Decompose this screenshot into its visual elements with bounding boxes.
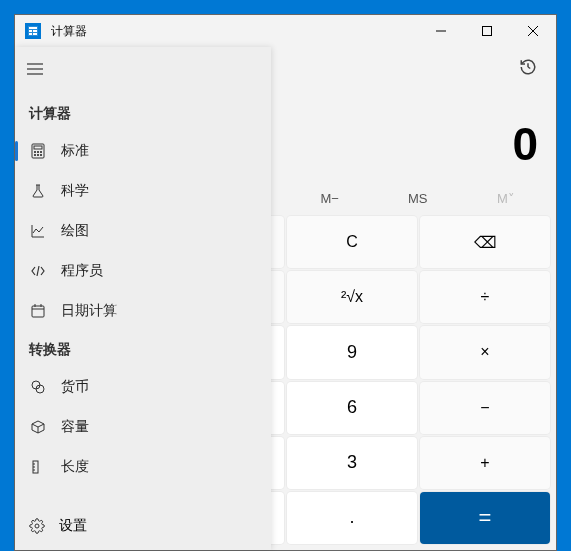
svg-point-21 (37, 154, 38, 155)
key-equals[interactable]: = (420, 492, 550, 544)
nav-scientific[interactable]: 科学 (15, 171, 271, 211)
nav-standard[interactable]: 标准 (15, 131, 271, 171)
cube-icon (29, 418, 47, 436)
svg-rect-16 (34, 146, 42, 149)
calculator-window: 计算器 0 MC MR M+ (14, 14, 557, 551)
minimize-button[interactable] (418, 15, 464, 47)
app-icon (25, 23, 41, 39)
nav-date[interactable]: 日期计算 (15, 291, 271, 331)
key-sqrt[interactable]: ²√x (287, 271, 417, 323)
nav-programmer[interactable]: 程序员 (15, 251, 271, 291)
svg-point-17 (34, 151, 35, 152)
nav-label: 标准 (61, 142, 89, 160)
nav-label: 日期计算 (61, 302, 117, 320)
nav-settings[interactable]: 设置 (15, 502, 271, 550)
nav-label: 容量 (61, 418, 89, 436)
hamburger-button[interactable] (15, 49, 55, 89)
memory-list[interactable]: M˅ (462, 185, 550, 212)
key-add[interactable]: + (420, 437, 550, 489)
svg-point-18 (37, 151, 38, 152)
nav-label: 货币 (61, 378, 89, 396)
nav-label: 长度 (61, 458, 89, 476)
key-backspace[interactable]: ⌫ (420, 216, 550, 268)
gear-icon (29, 518, 45, 534)
key-9[interactable]: 9 (287, 326, 417, 378)
code-icon (29, 262, 47, 280)
section-title-calculator: 计算器 (15, 95, 271, 131)
flask-icon (29, 182, 47, 200)
window-title: 计算器 (51, 23, 87, 40)
content-area: 0 MC MR M+ M− MS M˅ % CE C ⌫ ¹⁄ₓ x² ²√x … (15, 47, 556, 550)
nav-sidebar: 计算器 标准 科学 绘图 (15, 47, 271, 550)
currency-icon (29, 378, 47, 396)
nav-label: 程序员 (61, 262, 103, 280)
svg-rect-24 (32, 306, 44, 317)
key-subtract[interactable]: − (420, 382, 550, 434)
memory-subtract[interactable]: M− (286, 185, 374, 212)
nav-length[interactable]: 长度 (15, 447, 271, 487)
nav-currency[interactable]: 货币 (15, 367, 271, 407)
svg-rect-4 (29, 33, 32, 35)
svg-point-19 (40, 151, 41, 152)
settings-label: 设置 (59, 517, 87, 535)
key-decimal[interactable]: . (287, 492, 417, 544)
section-title-converter: 转换器 (15, 331, 271, 367)
svg-rect-1 (29, 27, 37, 29)
nav-volume[interactable]: 容量 (15, 407, 271, 447)
svg-point-22 (40, 154, 41, 155)
close-button[interactable] (510, 15, 556, 47)
memory-store[interactable]: MS (374, 185, 462, 212)
key-3[interactable]: 3 (287, 437, 417, 489)
calculator-icon (29, 142, 47, 160)
key-multiply[interactable]: × (420, 326, 550, 378)
svg-rect-2 (29, 30, 32, 32)
key-divide[interactable]: ÷ (420, 271, 550, 323)
maximize-button[interactable] (464, 15, 510, 47)
svg-rect-3 (33, 30, 37, 32)
history-button[interactable] (512, 51, 544, 83)
nav-label: 科学 (61, 182, 89, 200)
titlebar: 计算器 (15, 15, 556, 47)
svg-point-20 (34, 154, 35, 155)
nav-graphing[interactable]: 绘图 (15, 211, 271, 251)
svg-rect-5 (33, 33, 37, 35)
nav-label: 绘图 (61, 222, 89, 240)
key-c[interactable]: C (287, 216, 417, 268)
svg-line-11 (528, 67, 530, 69)
svg-line-23 (37, 266, 39, 276)
svg-point-34 (35, 524, 39, 528)
graph-icon (29, 222, 47, 240)
svg-rect-7 (483, 27, 492, 36)
ruler-icon (29, 458, 47, 476)
calendar-icon (29, 302, 47, 320)
key-6[interactable]: 6 (287, 382, 417, 434)
